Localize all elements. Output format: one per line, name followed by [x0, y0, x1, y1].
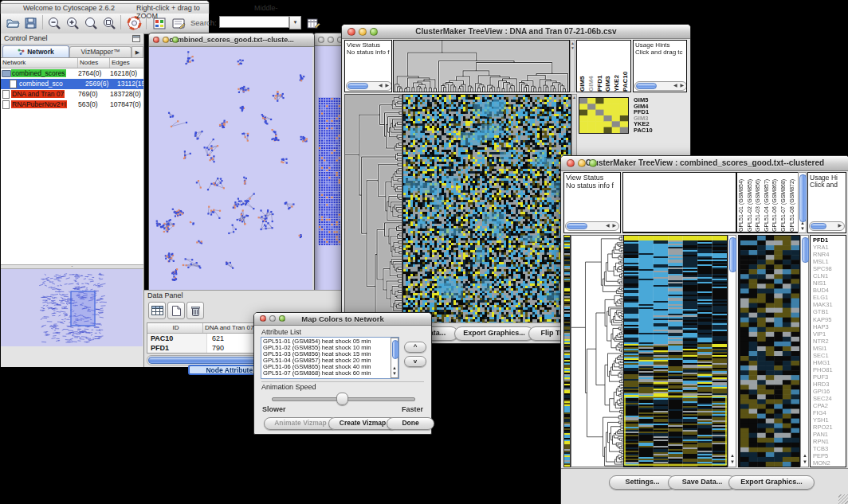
column-label[interactable]: GIM3 [604, 42, 613, 92]
search-dropdown-arrow[interactable]: ▼ [289, 16, 301, 29]
treeview1-heatmap[interactable] [402, 94, 571, 323]
column-label[interactable]: GIM4 [587, 42, 596, 92]
network-list-row[interactable]: DNA and Tran 07 769(0) 183728(0) [1, 89, 143, 100]
zoom-out-icon[interactable] [45, 14, 63, 32]
gene-label[interactable]: SEC24 [813, 395, 846, 402]
resize-grip[interactable] [838, 494, 848, 504]
float-panel-icon[interactable] [132, 35, 140, 42]
column-label[interactable]: GPL51-03 (GSM856) [755, 172, 764, 232]
vscroll-thumb[interactable] [392, 340, 398, 359]
gene-label[interactable]: YSH1 [813, 416, 846, 424]
network-view-1-titlebar[interactable]: combined_scores_good.txt--cluste... [149, 33, 314, 47]
treeview2-row-dendrogram[interactable] [571, 235, 624, 467]
gene-label[interactable]: HAP3 [813, 323, 846, 330]
gene-label[interactable]: HRD3 [813, 381, 846, 388]
data-panel-table-icon[interactable] [148, 302, 166, 319]
hscroll-thumb[interactable] [347, 83, 368, 89]
zoom-selected-icon[interactable] [100, 14, 118, 32]
column-label[interactable]: GPL51-04 (GSM857) [764, 172, 772, 232]
network-list-row[interactable]: combined_scores 2764(0) 16218(0) [1, 68, 143, 79]
treeview2-titlebar[interactable]: ClusterMaker TreeView : combined_scores_… [561, 156, 848, 171]
hscroll-thumb[interactable] [636, 83, 657, 89]
column-label[interactable]: GPL51-06 (GSM865) [771, 172, 780, 232]
close-button[interactable] [318, 37, 324, 43]
treeview2-heatmap-vscrollbar[interactable]: ▲▼ [728, 235, 736, 467]
close-button[interactable] [567, 159, 575, 167]
gene-label[interactable]: FIG4 [813, 409, 846, 416]
gene-label[interactable]: PHO81 [813, 366, 846, 373]
open-file-icon[interactable] [4, 14, 22, 32]
done-button[interactable]: Done [387, 417, 434, 430]
tab-overflow-arrow[interactable]: ▶ [132, 46, 143, 57]
column-label[interactable]: GPL51-02 (GSM855) [747, 172, 756, 232]
gene-label[interactable]: RNR4 [813, 251, 846, 258]
treeview2-heatmap[interactable] [623, 235, 728, 467]
minimize-button[interactable] [269, 315, 276, 322]
scroll-arrows[interactable]: ◀ ▶ [379, 82, 390, 89]
export-graphics-button[interactable]: Export Graphics... [728, 475, 815, 490]
gene-label[interactable]: ELG1 [813, 294, 846, 301]
gene-label[interactable]: HMG1 [813, 359, 846, 366]
column-label[interactable]: PAC10 [622, 42, 630, 92]
tab-network[interactable]: Network [2, 45, 69, 57]
hscroll-thumb[interactable] [567, 223, 587, 229]
gene-label[interactable]: PAN1 [813, 431, 846, 438]
gene-label[interactable]: PFD1 [813, 236, 846, 244]
treeview1-row-dendrogram[interactable] [344, 94, 402, 323]
zoom-in-icon[interactable] [64, 14, 81, 32]
treeview1-mini-scroll[interactable]: ▲▼ [570, 40, 575, 92]
network-list-row[interactable]: RNAPuberNov2+I 563(0) 107847(0) [1, 100, 143, 110]
tab-vizmapper[interactable]: VizMapper™ [69, 46, 132, 57]
save-icon[interactable] [22, 14, 39, 32]
network-view-1-canvas[interactable] [149, 47, 312, 291]
gene-label[interactable]: PUF3 [813, 373, 846, 381]
data-panel-newdoc-icon[interactable] [167, 302, 185, 319]
gene-label[interactable]: KAP95 [813, 316, 846, 323]
network-list-row[interactable]: combined_sco 2569(6) 13112(15) [1, 79, 143, 89]
zoom-button[interactable] [172, 37, 179, 43]
treeview2-zoom-heatmap[interactable] [738, 235, 800, 467]
network-overview-thumbnail[interactable] [1, 269, 143, 346]
close-button[interactable] [153, 37, 159, 43]
view-status-hscrollbar[interactable]: ◀ ▶ [346, 81, 392, 91]
row-label[interactable]: PAC10 [634, 127, 687, 134]
gene-label[interactable]: NTR2 [813, 338, 846, 345]
export-graphics-button[interactable]: Export Graphics... [454, 326, 534, 341]
gene-label[interactable]: RPO21 [813, 424, 846, 431]
gene-label[interactable]: SEC1 [813, 352, 846, 359]
attribute-list-vscrollbar[interactable]: ▲▼ [391, 338, 398, 378]
move-up-button[interactable]: ^ [404, 342, 426, 353]
animate-vizmap-button[interactable]: Animate Vizmap [264, 417, 337, 430]
speed-slider-thumb[interactable] [336, 393, 348, 405]
close-button[interactable] [260, 315, 266, 322]
attribute-list-item[interactable]: GPL51-07 (GSM868) heat shock 60 min [263, 370, 397, 377]
zoom-fit-icon[interactable] [82, 14, 100, 32]
minimize-button[interactable] [578, 159, 586, 167]
treeview1-column-dendrogram[interactable] [393, 40, 570, 92]
gene-label[interactable]: BUD4 [813, 287, 846, 294]
minimize-button[interactable] [328, 37, 334, 43]
treeview2-global-strip[interactable] [563, 235, 571, 467]
treeview1-zoom-matrix[interactable] [579, 97, 629, 134]
gene-label[interactable]: MSL1 [813, 258, 846, 265]
zoom-button[interactable] [279, 315, 285, 322]
view-status-hscrollbar[interactable]: ◀ ▶ [565, 221, 619, 231]
gene-label[interactable]: YRA1 [813, 244, 846, 251]
attribute-listbox[interactable]: GPL51-01 (GSM854) heat shock 05 minGPL51… [261, 337, 399, 379]
gene-label[interactable]: NIS1 [813, 279, 846, 287]
hscroll-thumb[interactable] [811, 223, 826, 229]
vscroll-thumb[interactable] [729, 237, 736, 272]
column-label[interactable]: PFD1 [596, 42, 605, 92]
zoom-button[interactable] [589, 159, 597, 167]
usage-hints-hscrollbar[interactable]: ◀ ▶ [634, 81, 687, 91]
zoom-button[interactable] [370, 28, 378, 36]
settings-button[interactable]: Settings... [609, 475, 676, 490]
column-label[interactable]: YKE2 [613, 42, 622, 92]
close-button[interactable] [347, 28, 355, 36]
gene-label[interactable]: MSI1 [813, 345, 846, 352]
data-panel-trash-icon[interactable] [186, 302, 204, 319]
search-input[interactable] [219, 16, 289, 28]
gene-label[interactable]: PEP5 [813, 452, 846, 459]
gene-label[interactable]: TCB3 [813, 445, 846, 452]
column-label[interactable]: GPL51-07 (GSM868) [780, 172, 789, 232]
